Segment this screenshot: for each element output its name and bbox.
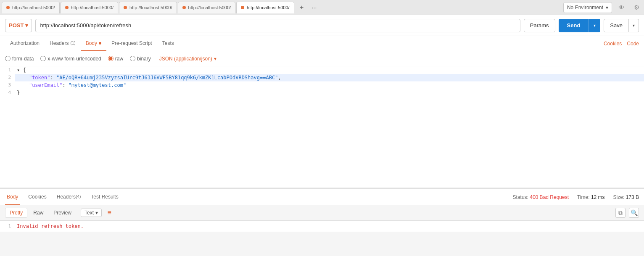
copy-response-button[interactable]: ⧉ xyxy=(615,208,626,218)
save-dropdown-button[interactable]: ▾ xyxy=(629,19,639,32)
browser-tab-3[interactable]: http://localhost:5000/ xyxy=(119,2,177,13)
line-content-3: "userEmail": "mytest@mytest.com" xyxy=(15,81,644,89)
form-data-radio[interactable] xyxy=(5,56,11,61)
response-section: Body Cookies Headers (4) Test Results St… xyxy=(0,188,644,232)
tab-dot-4 xyxy=(182,6,186,9)
request-tabs: Authorization Headers (1) Body Pre-reque… xyxy=(0,36,644,51)
wrap-button[interactable]: ≡ xyxy=(103,208,115,218)
status-label: Status: 400 Bad Request xyxy=(513,194,569,200)
eye-icon[interactable]: 👁 xyxy=(615,2,627,13)
search-response-button[interactable]: 🔍 xyxy=(629,208,639,218)
more-tabs-button[interactable]: ··· xyxy=(309,3,320,13)
send-button-group: Send ▾ xyxy=(559,19,601,32)
send-button[interactable]: Send xyxy=(559,19,589,32)
size-label-text: Size: xyxy=(613,194,625,200)
environment-select[interactable]: No Environment ▾ xyxy=(563,2,612,13)
browser-tab-5[interactable]: http://localhost:5000/ xyxy=(236,2,294,13)
request-tab-actions: Cookies Code xyxy=(604,41,639,47)
tab-dot-1 xyxy=(6,6,10,9)
resp-text-chevron-icon: ▾ xyxy=(95,210,98,216)
tab-dot-3 xyxy=(124,6,127,9)
time-label-text: Time: xyxy=(577,194,590,200)
code-link[interactable]: Code xyxy=(627,41,639,47)
resp-tab-test-results-label: Test Results xyxy=(91,194,118,200)
size-label: Size: 173 B xyxy=(613,194,639,200)
body-dot-badge xyxy=(99,42,101,44)
code-line-3: 3 "userEmail": "mytest@mytest.com" xyxy=(0,81,644,89)
tab-pre-request-label: Pre-request Script xyxy=(111,40,152,46)
tab-dot-5 xyxy=(241,6,244,9)
url-bar: POST ▾ Params Send ▾ Save ▾ xyxy=(0,15,644,36)
tab-bar: http://localhost:5000/ http://localhost:… xyxy=(0,0,644,15)
x-www-form-urlencoded-radio[interactable] xyxy=(40,56,46,61)
response-line-1: 1 Invalid refresh token. xyxy=(0,222,644,230)
code-line-1: 1 ▾ { xyxy=(0,66,644,74)
tab-pre-request-script[interactable]: Pre-request Script xyxy=(106,36,157,51)
form-data-option[interactable]: form-data xyxy=(5,56,34,62)
resp-line-content-1: Invalid refresh token. xyxy=(15,222,84,230)
add-tab-button[interactable]: + xyxy=(297,3,307,13)
gear-icon[interactable]: ⚙ xyxy=(631,2,642,13)
line-content-1: ▾ { xyxy=(15,66,644,74)
format-select[interactable]: JSON (application/json) ▾ xyxy=(159,56,216,62)
size-value: 173 B xyxy=(626,194,639,200)
resp-raw-tab[interactable]: Raw xyxy=(29,208,48,217)
tab-label-5: http://localhost:5000/ xyxy=(247,5,290,10)
method-chevron-icon: ▾ xyxy=(25,22,28,29)
params-button[interactable]: Params xyxy=(524,19,555,32)
resp-line-number-1: 1 xyxy=(0,222,15,230)
tab-body-label: Body xyxy=(86,40,97,46)
cookies-link[interactable]: Cookies xyxy=(604,41,622,47)
raw-label: raw xyxy=(115,56,123,62)
resp-text-label: Text xyxy=(84,210,94,216)
browser-tab-4[interactable]: http://localhost:5000/ xyxy=(178,2,236,13)
line-number-2: 2 xyxy=(0,74,15,81)
line-number-3: 3 xyxy=(0,81,15,89)
raw-radio[interactable] xyxy=(108,56,113,61)
resp-headers-badge: (4) xyxy=(76,194,81,199)
resp-tab-test-results[interactable]: Test Results xyxy=(89,189,120,205)
code-line-4: 4 } xyxy=(0,89,644,97)
time-value: 12 ms xyxy=(591,194,605,200)
tab-authorization[interactable]: Authorization xyxy=(5,36,45,51)
body-options: form-data x-www-form-urlencoded raw bina… xyxy=(0,51,644,66)
tab-dot-2 xyxy=(65,6,69,9)
tab-headers[interactable]: Headers (1) xyxy=(45,36,81,51)
save-button[interactable]: Save xyxy=(604,19,629,32)
browser-tab-2[interactable]: http://localhost:5000/ xyxy=(61,2,119,13)
status-area: Status: 400 Bad Request Time: 12 ms Size… xyxy=(513,194,639,200)
status-label-text: Status: xyxy=(513,194,528,200)
resp-tab-cookies-label: Cookies xyxy=(28,194,46,200)
tab-tests[interactable]: Tests xyxy=(157,36,179,51)
code-editor[interactable]: 1 ▾ { 2 "token": "AE/oQR+64umj235VzyzsaI… xyxy=(0,66,644,188)
line-number-4: 4 xyxy=(0,89,15,97)
method-select[interactable]: POST ▾ xyxy=(5,19,32,32)
tab-label-3: http://localhost:5000/ xyxy=(129,5,172,10)
env-label: No Environment xyxy=(567,5,603,10)
binary-option[interactable]: binary xyxy=(130,56,151,62)
line-content-4: } xyxy=(15,89,644,97)
x-www-form-urlencoded-option[interactable]: x-www-form-urlencoded xyxy=(40,56,101,62)
resp-tab-body[interactable]: Body xyxy=(5,189,20,205)
response-top-bar: Body Cookies Headers (4) Test Results St… xyxy=(0,189,644,205)
resp-preview-tab[interactable]: Preview xyxy=(49,208,76,217)
response-body-tabs: Pretty Raw Preview Text ▾ ≡ ⧉ 🔍 xyxy=(0,205,644,221)
resp-text-select[interactable]: Text ▾ xyxy=(81,209,102,217)
resp-tab-cookies[interactable]: Cookies xyxy=(26,189,48,205)
binary-radio[interactable] xyxy=(130,56,135,61)
browser-tab-1[interactable]: http://localhost:5000/ xyxy=(2,2,60,13)
send-dropdown-button[interactable]: ▾ xyxy=(589,19,600,32)
resp-pretty-tab[interactable]: Pretty xyxy=(5,208,27,218)
resp-actions: ⧉ 🔍 xyxy=(615,208,639,218)
line-number-1: 1 xyxy=(0,66,15,74)
binary-label: binary xyxy=(137,56,151,62)
raw-option[interactable]: raw xyxy=(108,56,123,62)
tab-authorization-label: Authorization xyxy=(10,40,40,46)
url-input[interactable] xyxy=(35,19,520,32)
tab-body[interactable]: Body xyxy=(81,36,106,51)
tab-label-4: http://localhost:5000/ xyxy=(188,5,231,10)
resp-tab-headers[interactable]: Headers (4) xyxy=(55,189,83,205)
response-output: 1 Invalid refresh token. xyxy=(0,221,644,232)
status-value: 400 Bad Request xyxy=(530,194,569,200)
line-content-2: "token": "AE/oQR+64umj235VzyzsaIUrc9tJ63… xyxy=(15,74,644,81)
